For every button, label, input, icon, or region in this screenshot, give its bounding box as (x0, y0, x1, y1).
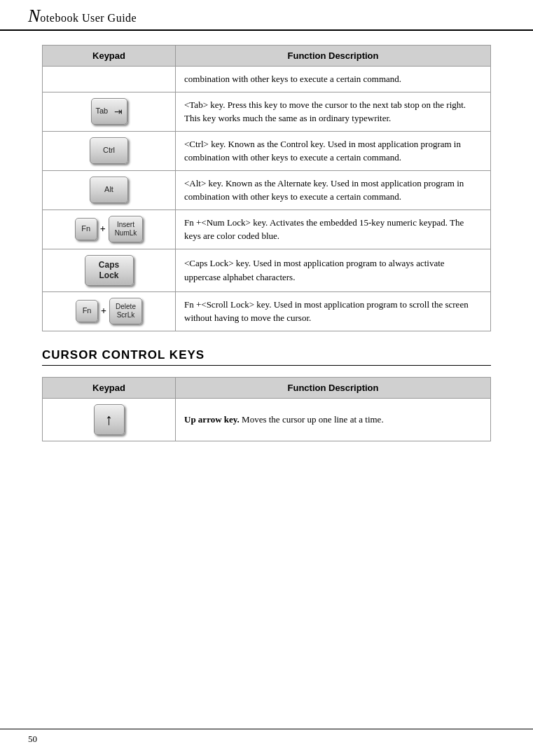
delete-scrlk-label: Delete ScrLk (116, 303, 136, 319)
alt-key: Alt (90, 177, 128, 203)
tab-arrow-icon: ⇥ (114, 106, 123, 118)
cursor-table: Keypad Function Description ↑ Up arrow k… (42, 377, 491, 441)
desc-text: <Tab> key. Press this key to move the cu… (184, 99, 466, 124)
header-n: N (28, 6, 40, 27)
desc-cell: Fn +<Scroll Lock> key. Used in most appl… (176, 291, 491, 331)
page-number: 50 (28, 734, 37, 744)
plus-icon-2: + (101, 305, 106, 317)
col-function: Function Description (176, 46, 491, 67)
desc-text: <Caps Lock> key. Used in most applicatio… (184, 258, 445, 282)
caps-lock-label: Caps Lock (99, 260, 119, 280)
table-row: combination with other keys to execute a… (43, 67, 491, 92)
keypad-cell-caps: Caps Lock (43, 249, 176, 291)
desc-text: Fn +<Scroll Lock> key. Used in most appl… (184, 299, 469, 324)
cursor-heading-text: Cursor Control Keys (42, 348, 205, 362)
desc-cell: <Alt> key. Known as the Alternate key. U… (176, 170, 491, 209)
table-row: Tab ⇥ <Tab> key. Press this key to move … (43, 92, 491, 131)
desc-text: combination with other keys to execute a… (184, 74, 401, 84)
desc-text: <Alt> key. Known as the Alternate key. U… (184, 178, 464, 202)
page-footer: 50 (0, 729, 533, 749)
desc-cell: Fn +<Num Lock> key. Activates the embedd… (176, 209, 491, 249)
desc-cell: <Ctrl> key. Known as the Control key. Us… (176, 131, 491, 170)
keypad-cell-empty (43, 67, 176, 92)
keypad-cell-fn-scrlk: Fn + Delete ScrLk (43, 291, 176, 331)
tab-label: Tab (96, 106, 109, 116)
up-arrow-icon: ↑ (105, 411, 113, 429)
fn-numlk-combo: Fn + Insert NumLk (75, 216, 144, 242)
keypad-cell-ctrl: Ctrl (43, 131, 176, 170)
fn-key-2: Fn (76, 300, 98, 322)
insert-numlk-key: Insert NumLk (109, 216, 144, 242)
table-row: Caps Lock <Caps Lock> key. Used in most … (43, 249, 491, 291)
ctrl-key: Ctrl (90, 137, 128, 164)
fn-label-2: Fn (83, 306, 92, 315)
desc-text: Fn +<Num Lock> key. Activates the embedd… (184, 217, 464, 242)
up-arrow-key: ↑ (94, 404, 125, 435)
cursor-section-heading: Cursor Control Keys (42, 348, 491, 366)
keypad-cell-alt: Alt (43, 170, 176, 209)
fn-label-1: Fn (81, 224, 90, 233)
insert-numlk-label: Insert NumLk (115, 221, 137, 238)
table-row: Fn + Insert NumLk Fn +<Num Lock> key. Ac… (43, 209, 491, 249)
ctrl-label: Ctrl (103, 146, 115, 155)
col-keypad-2: Keypad (43, 377, 176, 398)
keypad-cell-fn-numlk: Fn + Insert NumLk (43, 209, 176, 249)
desc-normal: Moves the cursor up one line at a time. (242, 414, 384, 425)
delete-scrlk-key: Delete ScrLk (109, 298, 142, 324)
table-row: Fn + Delete ScrLk Fn +<Scroll Lock> key.… (43, 291, 491, 331)
desc-cell: Up arrow key. Moves the cursor up one li… (176, 398, 491, 441)
col-keypad: Keypad (43, 46, 176, 67)
plus-icon-1: + (100, 224, 106, 235)
desc-text: Up arrow key. Moves the cursor up one li… (184, 414, 384, 425)
header-rest: otebook User Guide (40, 12, 137, 25)
alt-label: Alt (104, 185, 113, 194)
main-content: Keypad Function Description combination … (0, 31, 533, 472)
table-row: Ctrl <Ctrl> key. Known as the Control ke… (43, 131, 491, 170)
table-row: Alt <Alt> key. Known as the Alternate ke… (43, 170, 491, 209)
desc-cell: <Tab> key. Press this key to move the cu… (176, 92, 491, 131)
table-row: ↑ Up arrow key. Moves the cursor up one … (43, 398, 491, 441)
keypad-cell-up-arrow: ↑ (43, 398, 176, 441)
keypad-table: Keypad Function Description combination … (42, 45, 491, 331)
desc-cell: combination with other keys to execute a… (176, 67, 491, 92)
caps-lock-key: Caps Lock (85, 255, 134, 286)
fn-key-1: Fn (75, 218, 97, 240)
keypad-cell-tab: Tab ⇥ (43, 92, 176, 131)
desc-bold: Up arrow key. (184, 414, 240, 425)
page-header: Notebook User Guide (0, 0, 533, 31)
tab-key: Tab ⇥ (91, 98, 127, 125)
col-function-2: Function Description (176, 377, 491, 398)
desc-cell: <Caps Lock> key. Used in most applicatio… (176, 249, 491, 291)
fn-scrlk-combo: Fn + Delete ScrLk (76, 298, 142, 324)
desc-text: <Ctrl> key. Known as the Control key. Us… (184, 139, 461, 163)
